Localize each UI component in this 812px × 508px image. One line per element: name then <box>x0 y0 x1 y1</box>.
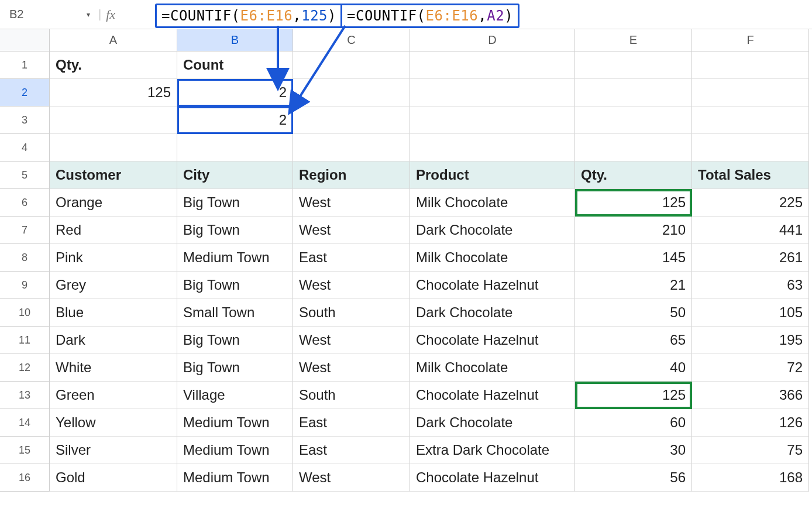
cell-A10[interactable]: Blue <box>50 299 177 327</box>
cell-D13[interactable]: Chocolate Hazelnut <box>410 382 575 409</box>
row-header-7[interactable]: 7 <box>0 217 50 244</box>
cell-B14[interactable]: Medium Town <box>177 409 293 437</box>
cell-E1[interactable] <box>575 52 692 79</box>
row-header-4[interactable]: 4 <box>0 134 50 162</box>
cell-C10[interactable]: South <box>293 299 410 327</box>
cell-F8[interactable]: 261 <box>692 244 809 272</box>
cell-A4[interactable] <box>50 134 177 162</box>
cell-F6[interactable]: 225 <box>692 189 809 217</box>
cell-B11[interactable]: Big Town <box>177 327 293 354</box>
cell-B8[interactable]: Medium Town <box>177 244 293 272</box>
cell-E10[interactable]: 50 <box>575 299 692 327</box>
cell-F15[interactable]: 75 <box>692 437 809 464</box>
cell-B13[interactable]: Village <box>177 382 293 409</box>
cell-C13[interactable]: South <box>293 382 410 409</box>
select-all-corner[interactable] <box>0 29 50 52</box>
cell-D15[interactable]: Extra Dark Chocolate <box>410 437 575 464</box>
cell-D2[interactable] <box>410 79 575 107</box>
cell-A1[interactable]: Qty. <box>50 52 177 79</box>
cell-F10[interactable]: 105 <box>692 299 809 327</box>
col-header-D[interactable]: D <box>410 29 575 52</box>
cell-F13[interactable]: 366 <box>692 382 809 409</box>
row-header-6[interactable]: 6 <box>0 189 50 217</box>
row-header-1[interactable]: 1 <box>0 52 50 79</box>
cell-D7[interactable]: Dark Chocolate <box>410 217 575 244</box>
cell-E9[interactable]: 21 <box>575 272 692 299</box>
cell-F12[interactable]: 72 <box>692 354 809 382</box>
cell-B3[interactable]: 2 <box>177 107 293 134</box>
cell-F11[interactable]: 195 <box>692 327 809 354</box>
col-header-B[interactable]: B <box>177 29 293 52</box>
cell-A15[interactable]: Silver <box>50 437 177 464</box>
cell-A16[interactable]: Gold <box>50 464 177 492</box>
cell-F3[interactable] <box>692 107 809 134</box>
cell-A6[interactable]: Orange <box>50 189 177 217</box>
row-header-2[interactable]: 2 <box>0 79 50 107</box>
cell-A9[interactable]: Grey <box>50 272 177 299</box>
cell-C11[interactable]: West <box>293 327 410 354</box>
cell-C6[interactable]: West <box>293 189 410 217</box>
cell-B9[interactable]: Big Town <box>177 272 293 299</box>
name-box[interactable]: B2 ▾ <box>6 5 94 23</box>
cell-F16[interactable]: 168 <box>692 464 809 492</box>
cell-D3[interactable] <box>410 107 575 134</box>
cell-C9[interactable]: West <box>293 272 410 299</box>
cell-C14[interactable]: East <box>293 409 410 437</box>
cell-C16[interactable]: West <box>293 464 410 492</box>
cell-D4[interactable] <box>410 134 575 162</box>
cell-A8[interactable]: Pink <box>50 244 177 272</box>
cell-E15[interactable]: 30 <box>575 437 692 464</box>
row-header-14[interactable]: 14 <box>0 409 50 437</box>
cell-A14[interactable]: Yellow <box>50 409 177 437</box>
cell-D16[interactable]: Chocolate Hazelnut <box>410 464 575 492</box>
cell-C2[interactable] <box>293 79 410 107</box>
cell-C8[interactable]: East <box>293 244 410 272</box>
cell-B1[interactable]: Count <box>177 52 293 79</box>
cell-B6[interactable]: Big Town <box>177 189 293 217</box>
col-header-A[interactable]: A <box>50 29 177 52</box>
cell-A2[interactable]: 125 <box>50 79 177 107</box>
cell-E13[interactable]: 125 <box>575 382 692 409</box>
cell-E2[interactable] <box>575 79 692 107</box>
cell-B16[interactable]: Medium Town <box>177 464 293 492</box>
fx-icon[interactable]: fx <box>106 7 115 22</box>
cell-A12[interactable]: White <box>50 354 177 382</box>
row-header-13[interactable]: 13 <box>0 382 50 409</box>
cell-F7[interactable]: 441 <box>692 217 809 244</box>
cell-D5[interactable]: Product <box>410 162 575 189</box>
cell-B10[interactable]: Small Town <box>177 299 293 327</box>
cell-A11[interactable]: Dark <box>50 327 177 354</box>
row-header-8[interactable]: 8 <box>0 244 50 272</box>
cell-A3[interactable] <box>50 107 177 134</box>
cell-D14[interactable]: Dark Chocolate <box>410 409 575 437</box>
cell-F14[interactable]: 126 <box>692 409 809 437</box>
row-header-3[interactable]: 3 <box>0 107 50 134</box>
row-header-12[interactable]: 12 <box>0 354 50 382</box>
cell-E6[interactable]: 125 <box>575 189 692 217</box>
cell-D11[interactable]: Chocolate Hazelnut <box>410 327 575 354</box>
col-header-C[interactable]: C <box>293 29 410 52</box>
cell-D10[interactable]: Dark Chocolate <box>410 299 575 327</box>
cell-B12[interactable]: Big Town <box>177 354 293 382</box>
cell-F1[interactable] <box>692 52 809 79</box>
cell-B5[interactable]: City <box>177 162 293 189</box>
cell-A5[interactable]: Customer <box>50 162 177 189</box>
cell-B4[interactable] <box>177 134 293 162</box>
cell-A7[interactable]: Red <box>50 217 177 244</box>
cell-F2[interactable] <box>692 79 809 107</box>
row-header-9[interactable]: 9 <box>0 272 50 299</box>
cell-C1[interactable] <box>293 52 410 79</box>
cell-F4[interactable] <box>692 134 809 162</box>
cell-C7[interactable]: West <box>293 217 410 244</box>
cell-D9[interactable]: Chocolate Hazelnut <box>410 272 575 299</box>
row-header-16[interactable]: 16 <box>0 464 50 492</box>
row-header-15[interactable]: 15 <box>0 437 50 464</box>
cell-E4[interactable] <box>575 134 692 162</box>
cell-E5[interactable]: Qty. <box>575 162 692 189</box>
cell-E12[interactable]: 40 <box>575 354 692 382</box>
cell-B2[interactable]: 2 <box>177 79 293 107</box>
cell-C3[interactable] <box>293 107 410 134</box>
cell-D1[interactable] <box>410 52 575 79</box>
name-box-dropdown-icon[interactable]: ▾ <box>87 11 90 19</box>
row-header-11[interactable]: 11 <box>0 327 50 354</box>
